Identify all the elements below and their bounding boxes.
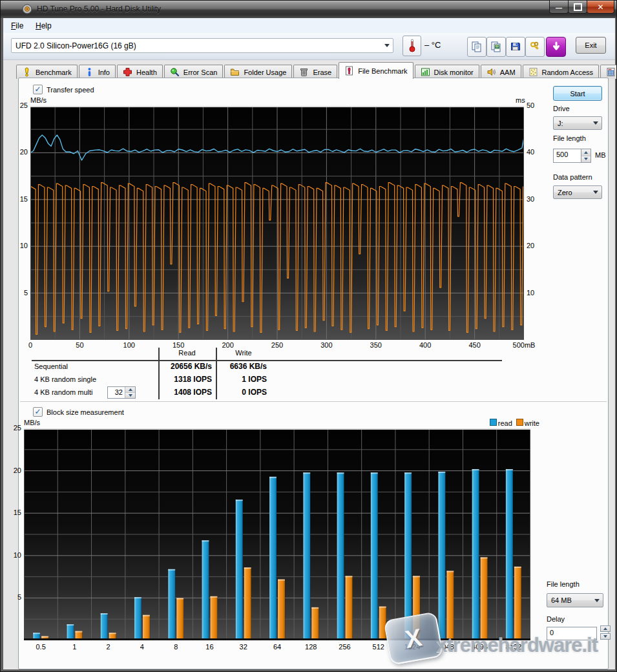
file-benchmark-icon [344, 66, 355, 76]
tab-random-access[interactable]: Random Access [523, 65, 599, 79]
result-write-value: 6636 KB/s [220, 362, 267, 371]
spin-down-button[interactable] [125, 393, 135, 398]
results-header-rule [32, 360, 502, 361]
random-multi-queue-spinner[interactable]: 32 [107, 386, 136, 399]
legend-label: write [525, 419, 539, 427]
close-button[interactable]: ✕ [587, 1, 614, 14]
health-icon [123, 67, 133, 78]
block-file-length-value: 64 MB [547, 596, 594, 604]
result-row-label: Sequential [34, 362, 68, 370]
tab-disk-monitor[interactable]: Disk monitor [415, 65, 479, 79]
minimize-icon: — [556, 5, 562, 12]
minimize-button[interactable]: — [549, 1, 569, 14]
save-button[interactable] [506, 37, 525, 57]
x-tick-label: 1 [58, 643, 90, 651]
block-size-checkbox[interactable]: ✓ Block size measurement [33, 407, 124, 417]
x-tick-label: 50 [63, 341, 96, 349]
spin-up-button[interactable] [581, 149, 591, 156]
file-length-unit: MB [595, 151, 606, 159]
x-tick-label: 450 [459, 341, 491, 349]
result-row-label: 4 KB random single [34, 375, 96, 383]
exit-button[interactable]: Exit [576, 37, 606, 54]
block-file-length-combobox[interactable]: 64 MB [547, 593, 603, 607]
checkmark-icon: ✓ [34, 408, 41, 415]
x-tick-label: 500mB [508, 341, 540, 349]
disk-monitor-icon [421, 67, 431, 78]
tab-benchmark[interactable]: Benchmark [16, 65, 78, 79]
delay-spin-down-button[interactable] [600, 633, 611, 640]
bar-chart-yunit: MB/s [24, 419, 40, 426]
block-file-length-label: File length [547, 580, 580, 588]
result-row-label: 4 KB random multi [34, 388, 92, 396]
spin-down-icon [603, 635, 607, 638]
start-button-label: Start [570, 90, 585, 98]
transfer-speed-checkbox[interactable]: ✓ Transfer speed [33, 85, 94, 94]
spin-up-icon [584, 151, 588, 154]
download-button[interactable] [546, 37, 566, 57]
x-tick-label: 256 [329, 643, 361, 651]
legend-swatch [490, 419, 497, 426]
tab-info[interactable]: Info [79, 65, 116, 79]
tab-strip: BenchmarkInfoHealthError ScanFolder Usag… [16, 62, 611, 79]
delay-input[interactable]: 0 [547, 627, 597, 640]
tab-error-scan[interactable]: Error Scan [164, 65, 224, 79]
tab-erase[interactable]: Erase [293, 65, 337, 79]
drive-select-value: UFD 2.0 Silicon-Power16G (16 gB) [12, 41, 384, 50]
x-tick-label: 150 [162, 341, 194, 349]
y-tick-label: 10 [5, 551, 21, 559]
menu-file[interactable]: File [8, 21, 26, 31]
copy-image-icon [490, 41, 502, 54]
drive-combobox[interactable]: J: [553, 116, 602, 130]
file-length-input[interactable]: 500 [553, 149, 581, 163]
y-tick-label: 30 [527, 195, 545, 203]
title-bar[interactable]: HD Tune Pro 5.00 - Hard Disk Utility — ✕ [1, 1, 617, 18]
x-tick-label: 512 [362, 643, 395, 651]
maximize-icon [574, 3, 582, 11]
temperature-button[interactable] [403, 36, 421, 56]
download-icon [551, 41, 561, 53]
spin-down-icon [129, 394, 132, 397]
info-icon [85, 67, 95, 78]
group-separator [20, 401, 607, 402]
options-button[interactable] [525, 37, 545, 57]
x-tick-label: 2048 [430, 643, 462, 651]
x-tick-label: 4096 [464, 643, 496, 651]
start-button[interactable]: Start [553, 86, 602, 101]
spin-up-button[interactable] [125, 387, 135, 393]
y-tick-label: 15 [5, 509, 21, 516]
delay-label: Delay [547, 615, 565, 623]
tab-extra-tests[interactable]: Extra tests [600, 65, 617, 79]
tab-aam[interactable]: AAM [481, 65, 521, 79]
menu-help[interactable]: Help [33, 21, 54, 31]
save-icon [510, 41, 521, 54]
data-pattern-label: Data pattern [553, 173, 592, 181]
data-pattern-value: Zero [554, 189, 593, 196]
file-length-spinner[interactable] [581, 149, 591, 163]
copy-image-button[interactable] [486, 37, 506, 57]
chevron-down-icon [384, 44, 390, 47]
tab-health[interactable]: Health [117, 65, 163, 79]
top-chart-right-axis: 5040302010 [527, 106, 545, 340]
y-tick-label: 20 [10, 148, 28, 156]
x-tick-label: 250 [261, 341, 293, 349]
copy-text-button[interactable] [467, 37, 486, 57]
temperature-value: – °C [424, 40, 441, 50]
erase-icon [299, 67, 309, 78]
maximize-button[interactable] [568, 1, 587, 14]
y-tick-label: 20 [5, 467, 21, 474]
delay-spin-up-button[interactable] [600, 625, 611, 632]
tab-file-benchmark[interactable]: File Benchmark [339, 62, 413, 79]
data-pattern-combobox[interactable]: Zero [553, 185, 602, 199]
spin-down-button[interactable] [581, 156, 591, 163]
result-read-value: 20656 KB/s [160, 362, 212, 371]
x-tick-label: 0.5 [25, 643, 57, 651]
tab-folder-usage[interactable]: Folder Usage [224, 65, 292, 79]
chevron-down-icon [593, 191, 598, 194]
block-size-label: Block size measurement [47, 408, 124, 416]
drive-value: J: [554, 120, 593, 127]
x-tick-label: 64 [261, 643, 293, 651]
drive-select-combobox[interactable]: UFD 2.0 Silicon-Power16G (16 gB) [11, 38, 393, 53]
result-write-value: 0 IOPS [220, 388, 267, 397]
benchmark-icon [22, 67, 32, 78]
x-tick-label: 8192 [497, 643, 530, 651]
